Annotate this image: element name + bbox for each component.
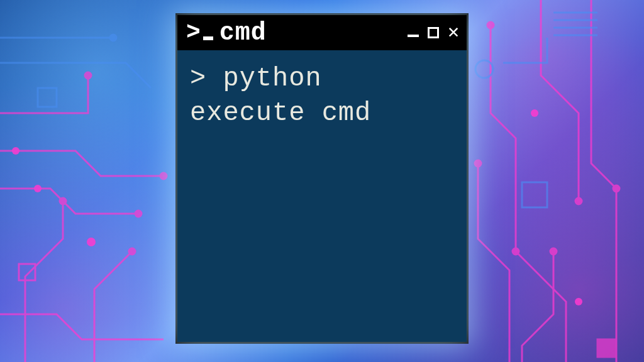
svg-point-5 xyxy=(613,185,619,192)
terminal-line-1: python xyxy=(223,63,321,94)
svg-point-16 xyxy=(110,35,116,41)
svg-rect-7 xyxy=(522,182,547,207)
svg-point-9 xyxy=(85,72,91,79)
titlebar[interactable]: > cmd ✕ xyxy=(177,15,467,50)
svg-rect-15 xyxy=(38,88,57,107)
svg-rect-6 xyxy=(597,339,615,357)
svg-point-18 xyxy=(531,109,538,117)
prompt-symbol: > xyxy=(190,63,206,94)
close-button[interactable]: ✕ xyxy=(448,23,459,42)
svg-point-19 xyxy=(575,298,582,305)
svg-point-12 xyxy=(129,248,135,255)
svg-point-20 xyxy=(34,185,42,192)
svg-point-3 xyxy=(475,160,481,167)
svg-point-21 xyxy=(12,147,19,155)
svg-point-13 xyxy=(60,198,66,204)
svg-rect-14 xyxy=(19,264,35,280)
svg-point-11 xyxy=(135,211,142,217)
svg-point-0 xyxy=(487,22,494,28)
svg-point-4 xyxy=(550,248,557,255)
window-controls: ✕ xyxy=(408,23,459,42)
terminal-icon: > xyxy=(186,21,213,45)
svg-point-2 xyxy=(575,198,582,204)
minimize-button[interactable] xyxy=(408,28,419,37)
window-title: cmd xyxy=(219,19,267,47)
svg-point-1 xyxy=(513,248,519,255)
maximize-button[interactable] xyxy=(428,27,439,38)
terminal-body[interactable]: > python execute cmd xyxy=(177,50,467,342)
svg-point-17 xyxy=(87,238,96,246)
svg-point-10 xyxy=(160,173,167,179)
terminal-line-2: execute cmd xyxy=(190,98,371,128)
terminal-window: > cmd ✕ > python execute cmd xyxy=(177,15,467,342)
